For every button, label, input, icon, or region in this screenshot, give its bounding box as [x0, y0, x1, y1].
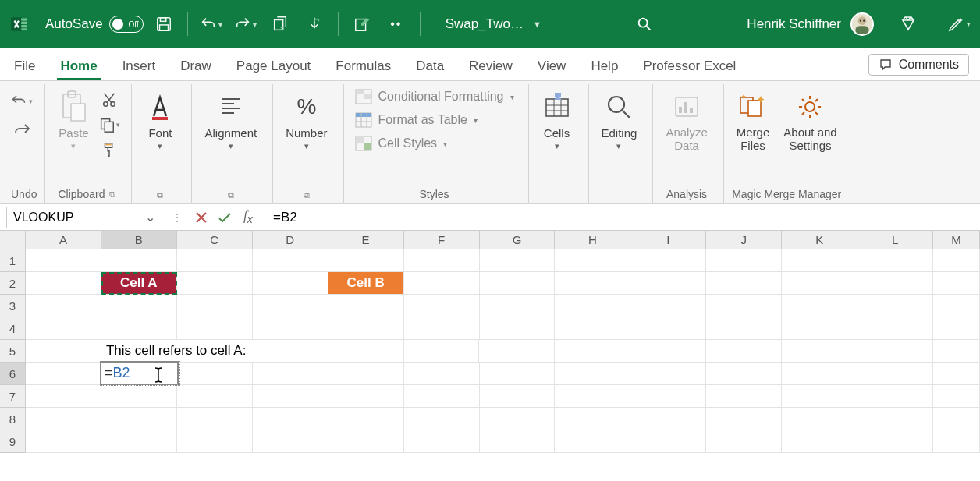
undo-button[interactable]: ▾ [11, 90, 33, 112]
fx-icon[interactable]: fx [238, 207, 258, 228]
row-header-8[interactable]: 8 [0, 408, 26, 430]
cell-H5[interactable] [555, 340, 630, 363]
cell-K6[interactable] [782, 363, 858, 385]
cell-G3[interactable] [480, 295, 556, 317]
cell-D3[interactable] [253, 295, 328, 317]
cell-G6[interactable] [480, 363, 556, 385]
autosave-switch-off[interactable]: Off [109, 16, 144, 33]
enter-formula-icon[interactable] [215, 207, 235, 228]
col-header-C[interactable]: C [177, 231, 253, 249]
tab-insert[interactable]: Insert [119, 54, 159, 80]
cell-E7[interactable] [328, 385, 404, 408]
chevron-down-icon[interactable]: ⌄ [145, 210, 155, 225]
col-header-G[interactable]: G [480, 231, 556, 249]
cell-C6[interactable] [177, 363, 253, 385]
cell-B9[interactable] [101, 430, 177, 453]
cell-K8[interactable] [782, 408, 858, 430]
cell-F4[interactable] [404, 317, 480, 340]
tab-help[interactable]: Help [588, 54, 621, 80]
col-header-K[interactable]: K [782, 231, 858, 249]
tab-review[interactable]: Review [466, 54, 516, 80]
cell-E8[interactable] [328, 408, 404, 430]
cell-B3[interactable] [101, 295, 177, 317]
row-header-1[interactable]: 1 [0, 249, 26, 272]
alignment-button[interactable]: Alignment ▾ [200, 86, 261, 154]
tab-data[interactable]: Data [413, 54, 447, 80]
merge-files-button[interactable]: MergeFiles [732, 86, 775, 155]
cell-C1[interactable] [177, 249, 253, 272]
cell-edit-overlay[interactable]: =B2 [100, 361, 179, 385]
row-header-6[interactable]: 6 [0, 363, 26, 385]
paste-button[interactable]: Paste ▾ [53, 86, 94, 154]
cell-B2[interactable]: Cell A [101, 272, 177, 295]
cell-E6[interactable] [328, 363, 404, 385]
row-header-7[interactable]: 7 [0, 385, 26, 408]
cell-J3[interactable] [706, 295, 782, 317]
cell-L3[interactable] [858, 295, 933, 317]
col-header-D[interactable]: D [253, 231, 328, 249]
cell-E1[interactable] [328, 249, 404, 272]
row-header-2[interactable]: 2 [0, 272, 26, 295]
cell-L4[interactable] [858, 317, 933, 340]
editing-button[interactable]: Editing ▾ [597, 86, 642, 154]
cell-L6[interactable] [858, 363, 933, 385]
cell-J9[interactable] [706, 430, 782, 453]
cell-A7[interactable] [26, 385, 101, 408]
cell-H8[interactable] [555, 408, 630, 430]
cell-D4[interactable] [253, 317, 328, 340]
cell-C8[interactable] [177, 408, 253, 430]
cell-F8[interactable] [404, 408, 480, 430]
cancel-formula-icon[interactable] [191, 207, 211, 228]
cell-F5[interactable] [404, 340, 480, 363]
document-title[interactable]: Swap_Two… ▼ [446, 16, 541, 32]
cell-H4[interactable] [555, 317, 630, 340]
tab-view[interactable]: View [534, 54, 570, 80]
cell-G2[interactable] [480, 272, 556, 295]
cell-styles-button[interactable]: Cell Styles▾ [352, 134, 517, 153]
cell-D1[interactable] [253, 249, 328, 272]
select-all-corner[interactable] [0, 231, 26, 249]
cell-J5[interactable] [706, 340, 782, 363]
cell-M4[interactable] [933, 317, 980, 340]
tab-formulas[interactable]: Formulas [332, 54, 394, 80]
dialog-launcher-icon[interactable]: ⧉ [304, 190, 310, 200]
cell-F2[interactable] [404, 272, 480, 295]
search-icon[interactable] [625, 16, 664, 33]
cell-L1[interactable] [858, 249, 933, 272]
cell-C2[interactable] [177, 272, 253, 295]
redo-button[interactable] [11, 120, 33, 142]
row-header-4[interactable]: 4 [0, 317, 26, 340]
col-header-M[interactable]: M [933, 231, 980, 249]
col-header-I[interactable]: I [630, 231, 706, 249]
cell-D9[interactable] [253, 430, 328, 453]
cell-L9[interactable] [858, 430, 933, 453]
qat-icon-1[interactable] [266, 9, 294, 40]
cell-K7[interactable] [782, 385, 858, 408]
cell-K5[interactable] [782, 340, 858, 363]
number-button[interactable]: % Number ▾ [281, 86, 332, 154]
cell-H9[interactable] [555, 430, 630, 453]
cell-A8[interactable] [26, 408, 101, 430]
tab-professor-excel[interactable]: Professor Excel [640, 54, 739, 80]
save-icon[interactable] [150, 9, 178, 40]
tab-draw[interactable]: Draw [177, 54, 215, 80]
cell-L7[interactable] [858, 385, 933, 408]
cell-G4[interactable] [480, 317, 556, 340]
tab-page-layout[interactable]: Page Layout [233, 54, 314, 80]
dialog-launcher-icon[interactable]: ⧉ [228, 190, 234, 200]
user-account[interactable]: Henrik Schiffner [747, 12, 874, 36]
format-painter-icon[interactable] [98, 139, 120, 161]
col-header-H[interactable]: H [555, 231, 630, 249]
about-settings-button[interactable]: About andSettings [779, 86, 841, 155]
dialog-launcher-icon[interactable]: ⧉ [157, 190, 163, 200]
col-header-E[interactable]: E [328, 231, 404, 249]
cell-M6[interactable] [933, 363, 980, 385]
chevron-down-icon[interactable]: ▼ [533, 19, 541, 29]
col-header-L[interactable]: L [858, 231, 933, 249]
cell-D2[interactable] [253, 272, 328, 295]
font-button[interactable]: Font ▾ [140, 86, 180, 154]
cell-F3[interactable] [404, 295, 480, 317]
cell-I7[interactable] [630, 385, 706, 408]
cell-A9[interactable] [26, 430, 101, 453]
cell-F6[interactable] [404, 363, 480, 385]
